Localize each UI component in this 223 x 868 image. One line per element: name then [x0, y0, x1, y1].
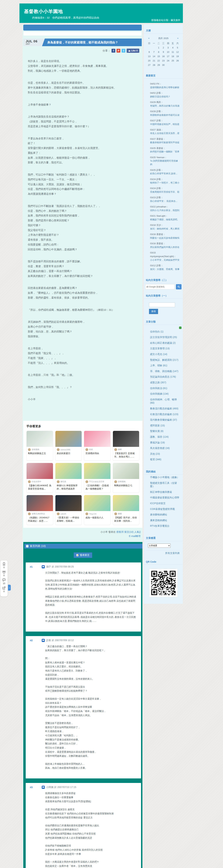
recent-comment-item[interactable]: 03/25 訪客：給我心仰望平安弟兄 說得...: [146, 168, 181, 176]
related-post-title[interactable]: 《普通天使》—即使你是魯蛇，也能成...: [55, 516, 82, 525]
category-link[interactable]: 信仰與政治 (61): [150, 387, 167, 390]
recent-comment-item[interactable]: 03/16 基督徒：閨蜜在一起談天說地是很愉悦: [146, 232, 181, 240]
calendar-day[interactable]: 27: [147, 63, 152, 67]
recent-comment-item[interactable]: 03/23 訪客：我心仰望平安： 我是来自...: [146, 196, 181, 203]
related-post-card[interactable]: cafe25《普通天使》—即使你是魯蛇，也能成...: [55, 495, 82, 525]
calendar-day[interactable]: 7: [152, 50, 156, 54]
facebook-like-button[interactable]: Like 0: [127, 49, 139, 53]
recent-comment-preview[interactable]: 給我心仰望平安弟兄 說得...: [150, 172, 180, 175]
recent-comment-item[interactable]: 03/18 豆沙：发问：祷告的时候，男人要把: [146, 223, 181, 230]
my-link[interactable]: 康來昌牧師網站: [150, 519, 167, 522]
calendar-day[interactable]: 6: [147, 50, 152, 54]
platform-link[interactable]: 痞客邦: [116, 530, 124, 533]
google-search-input[interactable]: [145, 284, 174, 289]
article-title[interactable]: 身為基督徒，不好的家庭環境，能不能成為我的理由？: [42, 38, 142, 46]
calendar-day[interactable]: 29: [156, 63, 161, 67]
calendar-day[interactable]: 28: [152, 63, 156, 67]
related-post-title[interactable]: 《正信的佛教》-怎樣成為一個佛教徒呢？: [84, 484, 110, 493]
recent-comment-item[interactable]: 03/24 訪客：牧师拍了一张照片，有三棵小: [146, 178, 181, 185]
category-link[interactable]: 社會流行觀念的偏差 (123): [150, 413, 178, 415]
recent-comment-item[interactable]: 03/12 訪客：发问：大斋期、受难周、丧事: [146, 264, 181, 271]
related-post-title[interactable]: 【閱讀】我不好，但假裝沒事：找到自...: [113, 516, 139, 525]
category-link[interactable]: 給有心歸正者的建議 (2): [150, 341, 176, 344]
my-link[interactable]: 中國基督徒需要批判心理學: [150, 496, 179, 499]
related-post-card[interactable]: Ying-Chi成為一個新造の人: [84, 495, 110, 525]
recent-comment-preview[interactable]: To 詢問受難週期間可否排練的: [150, 159, 180, 166]
recent-comment-preview[interactable]: 妳們想不想聽一個關於「世界: [150, 150, 180, 153]
related-post-title[interactable]: 剛剛好的關係之五: [27, 452, 53, 460]
category-link[interactable]: 禮拜更新 (15): [150, 424, 165, 427]
category-link[interactable]: 主題文章整理 (13): [150, 347, 170, 350]
category-link[interactable]: 馬太福音查經 (16): [150, 447, 170, 450]
category-link[interactable]: 設立宗旨與管理說明 (25): [150, 336, 177, 339]
category-link[interactable]: 信仰告白 (1): [150, 330, 163, 333]
recent-comment-preview[interactable]: 传道人去信徒店里买东西，若: [150, 132, 180, 135]
calendar-day[interactable]: 12: [175, 50, 180, 54]
toolbar-pixnet-mascot[interactable]: 0: [0, 570, 8, 577]
category-link[interactable]: 其他 (23): [150, 453, 160, 455]
site-category-link[interactable]: 部落格全站分類：圖文創作: [151, 19, 181, 22]
recent-comment-item[interactable]: 03/21 StarLight：稍微說下感想，做個見證吧。: [146, 214, 181, 221]
toolbar-bookmark[interactable]: 0: [0, 562, 8, 569]
my-link[interactable]: RTV改革宗電視台: [150, 524, 169, 527]
my-link[interactable]: 唐崇榮牧師網站: [150, 513, 167, 516]
twitter-share-icon[interactable]: t: [122, 49, 125, 53]
my-link[interactable]: 歸正神學信條與書籍: [150, 491, 172, 493]
related-post-title[interactable]: 成為一個新造の人: [84, 516, 110, 525]
calendar-day[interactable]: 9: [161, 50, 166, 54]
related-post-card[interactable]: 安啼潮媽剛剛好的關係之五: [26, 431, 53, 461]
recent-comment-preview[interactable]: 韩国牧师金南俊的书籍可以读: [150, 113, 180, 117]
recent-comment-item[interactable]: 04/02 PX：這很明顯的是用心理學在解析: [146, 82, 181, 89]
calendar-day[interactable]: 17: [166, 54, 170, 59]
recent-comment-preview[interactable]: 有疑問，路西法好像只出現過: [150, 104, 180, 107]
calendar-day[interactable]: 23: [161, 59, 166, 63]
related-post-card[interactable]: 平凡大叔生活日常《正信的佛教》-怎樣成為一個佛教徒呢？: [84, 463, 110, 493]
category-link[interactable]: 成聖之路 (357): [150, 381, 166, 384]
related-post-card[interactable]: 柳蟬【電影影評】悲情城市。身為台灣人，...: [113, 431, 139, 461]
recent-comment-item[interactable]: 03/27 訪客：中国环境最近特别严，特别是: [146, 119, 181, 126]
category-link[interactable]: 信仰與精神、心理、輔導 (60): [150, 398, 177, 404]
comments-count-link[interactable]: 留言(10): [124, 530, 133, 533]
calendar-day[interactable]: 4: [170, 45, 175, 50]
category-link[interactable]: 經文小亮光 (14): [150, 353, 167, 355]
my-link[interactable]: ICCP信仰宣言: [150, 502, 165, 505]
calendar-day[interactable]: 16: [161, 54, 166, 59]
collapse-icon[interactable]: −: [26, 545, 29, 547]
rss-icon[interactable]: [179, 327, 182, 329]
recent-comment-preview[interactable]: 教會的牧師可能會害到平信徒: [150, 141, 180, 144]
related-post-title[interactable]: 林後5:21 神使那無罪的，替我們成為罪: [55, 484, 82, 493]
calendar-day[interactable]: 8: [156, 50, 161, 54]
calendar-day[interactable]: 13: [147, 54, 152, 59]
recent-comment-preview[interactable]: 说到小儿子的分家业，我想到: [150, 209, 180, 212]
category-link[interactable]: 預定論與自由意志 (176): [150, 375, 176, 378]
recent-comment-item[interactable]: 03/15 mystyangxue(StarLight)：小小羊平安，兄弟姐妹們…: [146, 251, 181, 262]
recent-comment-item[interactable]: 03/27 基督徒：教會的牧師可能會害到平信徒: [146, 137, 181, 145]
calendar-day[interactable]: 3: [166, 45, 170, 50]
calendar-day[interactable]: 25: [170, 59, 175, 63]
toolbar-collapse-chevron-icon[interactable]: ‹: [8, 585, 11, 591]
recent-comment-preview[interactable]: 牧师拍了一张照片，有三棵小: [150, 181, 180, 185]
calendar-day[interactable]: 10: [166, 50, 170, 54]
calendar-day[interactable]: 2: [161, 45, 166, 50]
calendar-next-button[interactable]: »: [177, 37, 178, 40]
recent-comment-preview[interactable]: 稍微說下感想，做個見證吧。: [150, 218, 180, 221]
related-post-title[interactable]: （快讀版）20240417 阿嘉旅記 - 反思，...: [27, 516, 53, 525]
recent-comment-preview[interactable]: 這很明顯的是用心理學在解析: [150, 86, 180, 89]
related-post-title[interactable]: 美好的家庭日: [55, 452, 82, 460]
calendar-day[interactable]: 19: [175, 54, 180, 59]
calendar-day[interactable]: 5: [175, 45, 180, 50]
views-count-link[interactable]: 人氣(): [134, 530, 141, 533]
category-link[interactable]: 信仰與婚姻 (134): [150, 392, 169, 395]
recent-comment-preview[interactable]: 静默日适合排练吗？: [150, 95, 180, 98]
calendar-day[interactable]: 1: [156, 45, 161, 50]
related-post-card[interactable]: careus1995美好的家庭日: [55, 431, 82, 461]
google-search-button[interactable]: [176, 284, 182, 289]
category-link[interactable]: 教會流行觀念的偏差 (493): [150, 407, 178, 410]
my-link[interactable]: 手機版小小羊園地（鏡像）: [150, 476, 179, 478]
related-post-card[interactable]: 安啼潮媽剛剛好的關係之七: [113, 463, 139, 493]
category-link[interactable]: 護教、福音 (124): [150, 435, 169, 438]
calendar-day[interactable]: 18: [170, 54, 175, 59]
related-post-title[interactable]: 【靈修心得240608】為基督受苦是有福...: [27, 484, 53, 493]
recent-comment-item[interactable]: 03/22 johnathan：说到小儿子的分家业，我想到: [146, 205, 181, 212]
calendar-prev-button[interactable]: «: [148, 37, 150, 40]
